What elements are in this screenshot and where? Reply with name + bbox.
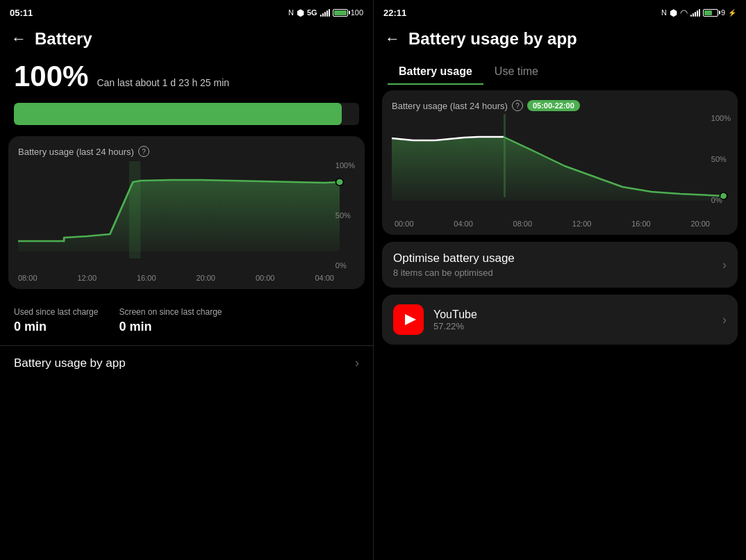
battery-percentage: 100%: [14, 60, 88, 93]
battery-by-app-text: Battery usage by app: [14, 356, 126, 370]
battery-label-right: 9: [721, 8, 725, 17]
youtube-chevron-icon: ›: [722, 313, 727, 327]
svg-marker-0: [18, 180, 340, 252]
right-status-bar: 22:11 N ⬢ ◠ 9 ⚡: [374, 0, 746, 22]
youtube-name: YouTube: [433, 308, 713, 321]
battery-percentage-row: 100% Can last about 1 d 23 h 25 min: [0, 54, 373, 96]
usage-stats: Used since last charge 0 min Screen on s…: [0, 299, 373, 343]
bluetooth-icon: ⬢: [297, 8, 304, 18]
youtube-info: YouTube 57.22%: [433, 308, 713, 331]
right-back-button[interactable]: ←: [385, 30, 400, 48]
optimise-title: Optimise battery usage: [393, 252, 515, 265]
battery-description: Can last about 1 d 23 h 25 min: [97, 77, 229, 88]
signal-icon-right: [690, 9, 700, 17]
optimise-content: Optimise battery usage 8 items can be op…: [393, 252, 515, 278]
left-page-title: Battery: [35, 29, 92, 49]
usage-stat-used: Used since last charge 0 min: [14, 307, 98, 334]
right-page-title: Battery usage by app: [408, 29, 577, 49]
youtube-app-card[interactable]: YouTube 57.22% ›: [382, 295, 738, 345]
right-chart-svg: [392, 114, 731, 204]
svg-marker-3: [392, 137, 724, 201]
left-status-bar: 05:11 N ⬢ 5G 100: [0, 0, 373, 22]
optimise-subtitle: 8 items can be optimised: [393, 267, 515, 278]
left-chart-y-labels: 100% 50% 0%: [335, 161, 355, 272]
charging-icon: ⚡: [728, 9, 736, 17]
left-chart-svg: [18, 161, 355, 258]
battery-icon-right: [703, 9, 718, 17]
help-icon-right[interactable]: ?: [512, 100, 523, 111]
left-header: ← Battery: [0, 22, 373, 54]
tab-battery-usage[interactable]: Battery usage: [388, 58, 483, 85]
left-chart-title: Battery usage (last 24 hours) ?: [18, 146, 355, 157]
right-chart-title-row: Battery usage (last 24 hours) ? 05:00-22…: [392, 100, 731, 111]
right-status-time: 22:11: [383, 8, 406, 18]
right-tabs: Battery usage Use time: [374, 54, 746, 85]
youtube-app-icon: [393, 304, 424, 335]
left-status-time: 05:11: [10, 8, 33, 18]
network-icon: 5G: [307, 8, 317, 17]
right-header: ← Battery usage by app: [374, 22, 746, 54]
optimise-chevron-icon: ›: [722, 258, 727, 272]
nfc-icon-right: N: [661, 8, 667, 17]
wifi-icon: ◠: [680, 8, 688, 18]
chevron-right-icon: ›: [355, 356, 359, 370]
battery-bar-container: [14, 103, 359, 125]
left-status-icons: N ⬢ 5G 100: [288, 8, 363, 18]
battery-label: 100: [351, 8, 363, 17]
usage-stat-used-label: Used since last charge: [14, 307, 98, 317]
left-chart-x-labels: 08:00 12:00 16:00 20:00 00:00 04:00: [18, 272, 355, 282]
svg-rect-1: [129, 161, 141, 258]
left-chart-area: 100% 50% 0%: [18, 161, 355, 272]
tab-use-time[interactable]: Use time: [483, 58, 549, 85]
bluetooth-icon-right: ⬢: [670, 8, 677, 18]
usage-stat-screen: Screen on since last charge 0 min: [119, 307, 222, 334]
youtube-pct: 57.22%: [433, 321, 713, 331]
usage-stat-screen-value: 0 min: [119, 320, 222, 334]
optimise-card[interactable]: Optimise battery usage 8 items can be op…: [382, 242, 738, 288]
usage-stat-screen-label: Screen on since last charge: [119, 307, 222, 317]
left-chart-card: Battery usage (last 24 hours) ?: [8, 136, 365, 289]
left-panel: 05:11 N ⬢ 5G 100 ← Battery 100% Can last…: [0, 0, 373, 560]
help-icon[interactable]: ?: [138, 146, 149, 157]
right-chart-area: 100% 50% 0%: [392, 114, 731, 218]
time-range-badge: 05:00-22:00: [527, 100, 580, 111]
right-chart-x-labels: 00:00 04:00 08:00 12:00 16:00 20:00: [392, 218, 731, 228]
signal-icon: [320, 9, 330, 17]
battery-icon: [333, 9, 348, 17]
right-chart-card: Battery usage (last 24 hours) ? 05:00-22…: [382, 90, 738, 235]
nfc-icon: N: [288, 8, 294, 17]
right-panel: 22:11 N ⬢ ◠ 9 ⚡ ← Battery usage by app: [373, 0, 746, 560]
battery-bar-fill: [14, 103, 342, 125]
left-back-button[interactable]: ←: [11, 30, 26, 48]
youtube-icon-svg: [393, 304, 424, 335]
right-status-icons: N ⬢ ◠ 9 ⚡: [661, 8, 736, 18]
usage-stat-used-value: 0 min: [14, 320, 98, 334]
right-chart-y-labels: 100% 50% 0%: [711, 114, 731, 218]
battery-by-app-link[interactable]: Battery usage by app ›: [0, 345, 373, 380]
